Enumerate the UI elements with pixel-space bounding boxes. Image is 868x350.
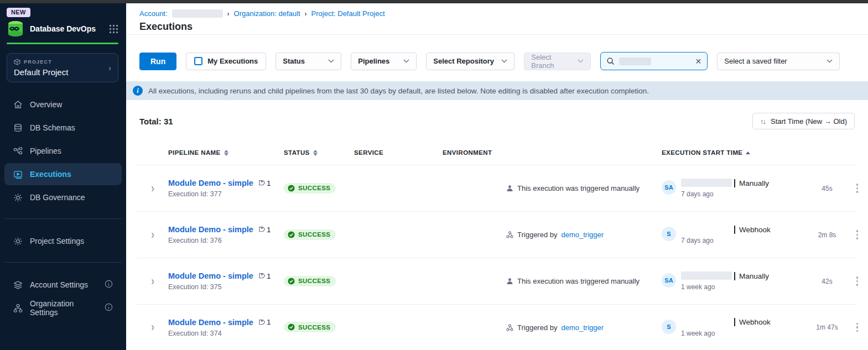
info-icon: i [133,86,143,96]
sidebar-item-label: DB Governance [30,193,85,202]
execution-id: Execution Id: 376 [168,237,284,244]
row-menu-icon[interactable] [846,323,868,332]
execution-id: Execution Id: 375 [168,283,284,291]
info-icon [105,280,113,290]
table-row[interactable]: › Module Demo - simple 1 Execution Id: 3… [137,211,857,258]
sidebar-divider [4,218,122,219]
start-time-cell: S Webhook 1 week ago [662,318,808,337]
avatar[interactable]: S [662,320,676,334]
my-executions-checkbox[interactable] [194,57,202,65]
sidebar-item-account-settings[interactable]: Account Settings [4,274,122,296]
sidebar-item-db-schemas[interactable]: DB Schemas [4,117,122,139]
time-ago: 7 days ago [681,190,769,198]
expand-row-icon[interactable]: › [137,274,168,289]
search-input[interactable]: ✕ [600,52,708,70]
sidebar-item-label: DB Schemas [30,123,75,132]
total-count: Total: 31 [139,117,173,126]
row-menu-icon[interactable] [846,276,868,286]
app-grid-icon[interactable] [109,24,118,34]
pipeline-name-link[interactable]: Module Demo - simple [168,179,253,187]
pipelines-filter-label: Pipelines [358,57,389,65]
expand-row-icon[interactable]: › [137,320,168,335]
sort-both-icon [313,150,318,156]
table-row[interactable]: › Module Demo - simple 1 Execution Id: 3… [137,304,857,350]
saved-filter-label: Select a saved filter [724,57,787,65]
expand-row-icon[interactable]: › [137,181,168,196]
sidebar-item-executions[interactable]: Executions [4,163,122,185]
webhook-icon [506,231,513,238]
execution-id: Execution Id: 377 [168,190,284,198]
org-icon [13,303,23,313]
trigger-cell: This execution was triggered manually [443,277,662,285]
avatar[interactable]: S [662,227,676,241]
new-badge: NEW [7,8,30,17]
status-filter-dropdown[interactable]: Status [276,53,341,70]
time-ago: 1 week ago [681,330,771,337]
sidebar-item-label: Executions [30,170,71,179]
check-circle-icon [288,185,295,192]
project-selector[interactable]: PROJECT Default Project › [7,53,118,82]
column-header-service: SERVICE [354,149,443,156]
column-header-status[interactable]: STATUS [284,149,354,156]
sidebar-item-overview[interactable]: Overview [4,93,122,116]
person-icon [506,185,513,192]
sidebar-item-db-governance[interactable]: DB Governance [4,186,122,208]
repository-filter-dropdown[interactable]: Select Repository [426,53,514,70]
chevron-down-icon [501,59,507,63]
executions-icon [13,169,23,179]
my-executions-toggle[interactable]: My Executions [186,53,266,70]
my-executions-label: My Executions [207,57,258,65]
expand-row-icon[interactable]: › [137,228,168,242]
sidebar-item-project-settings[interactable]: Project Settings [4,230,122,252]
sort-order-label: Start Time (New → Old) [771,117,847,126]
column-header-environment: ENVIRONMENT [443,149,662,156]
gear-icon [13,236,23,246]
page-header: Account: › Organization: default › Proje… [126,3,868,35]
sidebar-item-organization-settings[interactable]: Organization Settings [4,297,122,319]
trigger-link[interactable]: demo_trigger [562,323,604,332]
breadcrumb-organization-link[interactable]: Organization: default [234,9,300,18]
redacted-account-name [172,9,223,18]
layers-icon [13,280,23,290]
column-header-execution-start-time[interactable]: EXECUTION START TIME [662,149,808,156]
run-button[interactable]: Run [139,53,176,70]
sidebar-item-label: Account Settings [30,280,88,289]
status-filter-label: Status [283,57,305,65]
repository-filter-label: Select Repository [433,57,494,65]
execution-duration: 42s [808,278,846,285]
trigger-link[interactable]: demo_trigger [562,231,604,239]
trigger-text: This execution was triggered manually [517,184,640,192]
avatar[interactable]: SA [662,273,676,288]
row-menu-icon[interactable] [846,184,868,193]
pipeline-name-link[interactable]: Module Demo - simple [168,225,253,234]
home-icon [13,100,23,109]
brand-underline [7,43,118,44]
start-time-cell: SA Manually 1 week ago [662,271,808,291]
row-menu-icon[interactable] [846,230,868,239]
trigger-cell: Triggered by demo_trigger [443,231,662,239]
summary-row: Total: 31 ↑↓ Start Time (New → Old) [126,113,868,129]
breadcrumb-account-link[interactable]: Account: [139,9,168,18]
cube-icon [14,59,20,65]
tag-icon [257,226,265,233]
trigger-type: Webhook [734,226,771,234]
info-banner: i All executions, including reruns and c… [126,81,868,100]
sidebar-item-pipelines[interactable]: Pipelines [4,140,122,162]
sort-order-button[interactable]: ↑↓ Start Time (New → Old) [752,113,855,129]
pipeline-name-link[interactable]: Module Demo - simple [168,318,253,327]
execution-duration: 1m 47s [808,323,846,331]
column-header-pipeline-name[interactable]: PIPELINE NAME [168,149,284,156]
clear-search-icon[interactable]: ✕ [695,57,702,66]
sidebar: NEW Database DevOps [0,3,126,350]
table-row[interactable]: › Module Demo - simple 1 Execution Id: 3… [137,258,857,304]
app-window: NEW Database DevOps [0,0,868,350]
pipeline-name-link[interactable]: Module Demo - simple [168,271,253,280]
check-circle-icon [288,278,295,285]
project-label: PROJECT [24,59,52,65]
brand-header: Database DevOps [0,17,126,37]
saved-filter-dropdown[interactable]: Select a saved filter [717,53,840,70]
pipelines-filter-dropdown[interactable]: Pipelines [351,53,417,70]
avatar[interactable]: SA [662,180,676,195]
table-row[interactable]: › Module Demo - simple 1 Execution Id: 3… [137,165,857,211]
breadcrumb-project-link[interactable]: Project: Default Project [311,9,385,18]
